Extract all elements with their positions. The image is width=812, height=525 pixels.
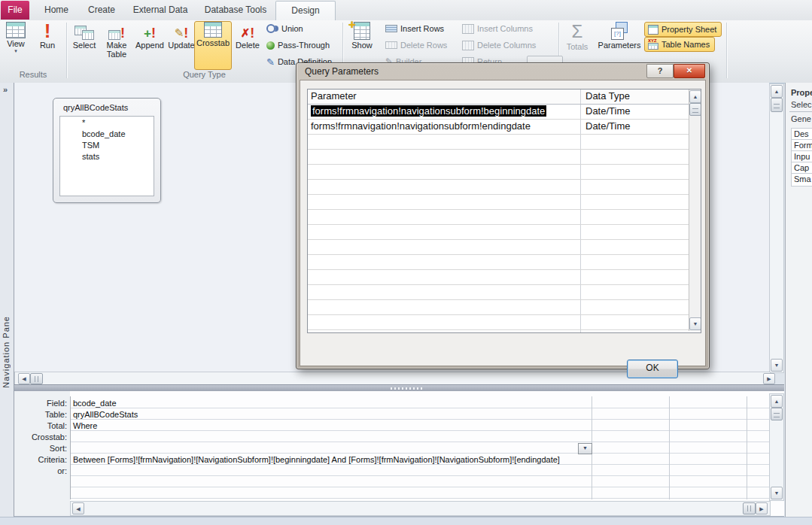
qbe-cell-field[interactable]: bcode_date [73,399,117,408]
parameter-row[interactable]: forms!frmnavigation!navigationsubform!en… [308,120,701,135]
qbe-row-or[interactable] [70,464,769,476]
access-window: File Home Create External Data Database … [0,0,812,525]
parameter-row-empty[interactable] [308,165,701,180]
tab-external-data[interactable]: External Data [126,0,194,20]
select-query-button[interactable]: Select [69,22,99,50]
update-label: Update [168,41,194,50]
qbe-cell-criteria[interactable]: Between [Forms]![frmNavigation]![Navigat… [73,455,560,464]
scroll-up-icon[interactable]: ▲ [689,90,701,103]
property-row-smart-tags[interactable]: Sma [791,173,812,187]
qbe-row-field[interactable] [70,396,769,408]
status-strip [0,517,812,525]
tab-file[interactable]: File [1,1,29,20]
table-names-button[interactable]: XYZ Table Names [644,37,715,52]
scroll-up-icon[interactable]: ▲ [771,395,783,408]
insert-columns-icon [462,24,474,34]
design-vscrollbar[interactable]: ▲ ▼ [769,83,784,373]
update-button[interactable]: ✎! Update [166,22,196,50]
parameter-row-empty[interactable] [308,300,701,315]
field-item-star[interactable]: * [60,117,154,128]
delete-label: Delete [236,41,260,50]
parameters-button[interactable]: [?] Parameters [598,22,641,50]
dialog-vscrollbar[interactable]: ▲ ▼ [689,90,701,331]
parameter-row-empty[interactable] [308,285,701,300]
qbe-column-divider [747,396,747,499]
tab-home[interactable]: Home [36,0,77,20]
show-table-button[interactable]: + Show [346,22,378,50]
qbe-vscrollbar[interactable]: ▲ ▼ [769,393,784,501]
scroll-left-icon[interactable]: ◀ [18,373,30,384]
parameter-row-empty[interactable] [308,225,701,240]
field-item-tsm[interactable]: TSM [60,139,154,150]
data-type-cell[interactable]: Date/Time [580,105,701,119]
tab-create[interactable]: Create [80,0,123,20]
ok-button[interactable]: OK [627,360,678,378]
hscroll-thumb[interactable] [743,502,756,514]
qbe-row-sort[interactable] [70,442,769,454]
property-sheet-icon [648,25,658,35]
append-label: Append [135,41,164,50]
insert-rows-button[interactable]: Insert Rows [385,23,444,35]
field-item-bcode-date[interactable]: bcode_date [60,128,154,139]
navigation-pane-collapsed[interactable]: » Navigation Pane [0,83,14,517]
parameter-row-empty[interactable] [308,135,701,150]
vscroll-thumb[interactable] [771,98,783,112]
close-icon[interactable]: ✕ [674,64,705,78]
data-type-cell[interactable]: Date/Time [580,120,701,134]
parameter-cell[interactable]: forms!frmnavigation!navigationsubform!en… [308,120,580,134]
splitter-grip [391,387,424,390]
vscroll-thumb[interactable] [771,408,783,420]
column-header-parameter[interactable]: Parameter [308,90,580,104]
field-list-card[interactable]: qryAllBCodeStats * bcode_date TSM stats [53,98,161,203]
parameter-row-empty[interactable] [308,210,701,225]
qbe-row-empty[interactable] [70,487,769,499]
help-icon[interactable]: ? [646,64,674,78]
parameter-row-empty[interactable] [308,180,701,195]
parameter-row-empty[interactable] [308,240,701,255]
qbe-hscrollbar[interactable]: ◀ ▶ [70,501,771,516]
view-button[interactable]: View ▾ [2,22,30,53]
scroll-right-icon[interactable]: ▶ [763,373,775,384]
scroll-down-icon[interactable]: ▼ [689,317,701,330]
qbe-cell-total[interactable]: Where [73,421,97,430]
parameter-row-empty[interactable] [308,270,701,285]
scroll-right-icon[interactable]: ▶ [756,502,768,514]
parameter-row-empty[interactable] [308,315,701,330]
qbe-row-table[interactable] [70,408,769,420]
append-button[interactable]: +! Append [134,22,166,50]
union-button[interactable]: Union [266,23,303,35]
scroll-down-icon[interactable]: ▼ [771,487,783,499]
parameter-cell-selected[interactable]: forms!frmnavigation!navigationsubform!be… [311,105,546,117]
make-table-button[interactable]: ! Make Table [101,22,132,59]
sort-dropdown-button[interactable]: ▼ [578,443,592,454]
table-names-icon: XYZ [648,40,658,50]
property-tab-general[interactable]: Gene [791,114,811,123]
select-label: Select [73,41,96,50]
parameter-row[interactable]: forms!frmnavigation!navigationsubform!be… [308,105,701,120]
qbe-row-crosstab[interactable] [70,430,769,442]
parameter-row-empty[interactable] [308,255,701,270]
qbe-cell-table[interactable]: qryAllBCodeStats [73,410,138,419]
property-sheet-button[interactable]: Property Sheet [644,22,722,37]
append-icon: + [144,27,151,40]
hscroll-thumb[interactable] [30,373,43,384]
qbe-row-total[interactable] [70,419,769,431]
scroll-down-icon[interactable]: ▼ [771,359,783,372]
delete-query-button[interactable]: ✗! Delete [232,22,263,50]
query-parameters-dialog[interactable]: Query Parameters ? ✕ Parameter Data Type… [296,62,710,369]
tab-database-tools[interactable]: Database Tools [197,0,274,20]
expand-pane-icon[interactable]: » [3,85,8,94]
tab-design[interactable]: Design [275,1,336,21]
run-button[interactable]: ! Run [33,22,62,50]
scroll-up-icon[interactable]: ▲ [771,85,783,98]
scroll-left-icon[interactable]: ◀ [72,502,84,514]
column-header-data-type[interactable]: Data Type [580,90,701,104]
crosstab-button[interactable]: Crosstab [196,22,230,47]
parameter-row-empty[interactable] [308,330,701,333]
parameter-row-empty[interactable] [308,150,701,165]
field-item-stats[interactable]: stats [60,150,154,162]
pass-through-button[interactable]: Pass-Through [266,39,330,51]
qbe-row-empty[interactable] [70,475,769,487]
parameter-row-empty[interactable] [308,195,701,210]
vscroll-thumb[interactable] [689,103,701,116]
